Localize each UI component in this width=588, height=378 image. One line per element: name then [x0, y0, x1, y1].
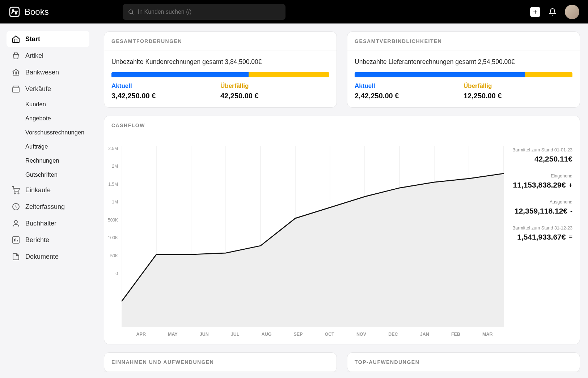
brand-name: Books [25, 7, 49, 17]
sidebar-label: Verkäufe [25, 85, 51, 93]
receivables-card: GESAMTFORDERUNGEN Unbezahlte Kundenrechn… [104, 31, 337, 108]
search-icon [128, 9, 134, 15]
add-button[interactable] [530, 7, 540, 17]
xtick: JUN [200, 332, 209, 337]
receivables-summary: Unbezahlte Kundenrechnungen gesamt 3,84,… [111, 58, 329, 66]
sidebar-item-buchhalter[interactable]: Buchhalter [7, 215, 89, 232]
cashflow-chart: 2.5M 2M 1.5M 1M 500K 100K 50K 0 [108, 146, 504, 327]
receivables-current-value: 3,42,250.00 € [111, 92, 220, 100]
cf-outgoing-value: 12,359,118.12€ [515, 207, 567, 215]
sidebar-item-einkaufe[interactable]: Einkaufe [7, 182, 89, 198]
subnav-auftraege[interactable]: Aufträge [25, 139, 89, 154]
sidebar-label: Zeiterfassung [25, 203, 65, 211]
sidebar-item-artikel[interactable]: Artikel [7, 47, 89, 64]
cf-opening-label: Barmittel zum Stand 01-01-23 [504, 147, 572, 153]
notifications-button[interactable] [547, 7, 558, 17]
xtick: AUG [262, 332, 272, 337]
sidebar-item-start[interactable]: Start [7, 31, 89, 47]
user-avatar[interactable] [565, 5, 579, 19]
svg-point-2 [15, 13, 17, 14]
subnav-rechnungen[interactable]: Rechnungen [25, 154, 89, 168]
receivables-bar [111, 72, 329, 77]
chart-xaxis: APR MAY JUN JUL AUG SEP OCT NOV DEC JAN … [108, 332, 504, 337]
search-box[interactable] [123, 4, 285, 20]
xtick: NOV [356, 332, 366, 337]
sidebar-item-berichte[interactable]: Berichte [7, 232, 89, 248]
sidebar-label: Einkaufe [25, 186, 51, 194]
xtick: SEP [293, 332, 303, 337]
store-icon [12, 85, 20, 93]
xtick: JUL [231, 332, 240, 337]
svg-point-4 [14, 193, 16, 194]
svg-point-7 [14, 220, 17, 223]
xtick: JAN [420, 332, 429, 337]
top-expenses-title: TOP-AUFWENDUNGEN [347, 353, 580, 372]
payables-bar [355, 72, 572, 77]
receivables-bar-current [111, 72, 249, 77]
payables-current-label: Aktuell [355, 82, 464, 90]
xtick: OCT [325, 332, 334, 337]
payables-overdue-value: 12,250.00 € [464, 92, 572, 100]
svg-point-3 [129, 10, 133, 14]
sidebar-label: Artikel [25, 52, 43, 60]
plus-sign: + [568, 181, 572, 189]
payables-title: GESAMTVERBINDLICHKEITEN [347, 32, 580, 51]
sidebar-item-zeiterfassung[interactable]: Zeiterfassung [7, 198, 89, 215]
chart-icon [12, 236, 20, 244]
cashflow-summary: Barmittel zum Stand 01-01-23 42,250.11€ … [504, 146, 572, 337]
xtick: MAR [482, 332, 492, 337]
sidebar-label: Dokumente [25, 253, 59, 261]
xtick: MAY [168, 332, 178, 337]
ytick: 500K [108, 218, 118, 223]
xtick: APR [136, 332, 146, 337]
sidebar-label: Start [25, 35, 40, 43]
cashflow-svg [122, 146, 504, 327]
subnav-kunden[interactable]: Kunden [25, 97, 89, 111]
search-input[interactable] [138, 9, 280, 15]
home-icon [12, 35, 20, 43]
payables-overdue-label: Überfällig [464, 82, 572, 90]
receivables-current-label: Aktuell [111, 82, 220, 90]
subnav-vorschuss[interactable]: Vorschussrechnungen [25, 125, 89, 139]
cf-outgoing-label: Ausgehend [504, 199, 572, 205]
equals-sign: = [568, 233, 572, 241]
main-content: GESAMTFORDERUNGEN Unbezahlte Kundenrechn… [96, 23, 588, 378]
bell-icon [549, 8, 557, 16]
ytick: 2M [112, 164, 118, 169]
clock-icon [12, 202, 20, 211]
top-expenses-card: TOP-AUFWENDUNGEN [347, 352, 580, 372]
ytick: 100K [108, 235, 118, 240]
subnav-angebote[interactable]: Angebote [25, 111, 89, 125]
ytick: 1.5M [108, 182, 118, 187]
svg-rect-0 [10, 7, 19, 17]
sidebar-label: Berichte [25, 236, 49, 244]
payables-summary: Unbezahlte Lieferantenrechnungen gesamt … [355, 58, 572, 66]
cart-icon [12, 186, 20, 194]
receivables-overdue-value: 42,250.00 € [220, 92, 329, 100]
subnav-gutschriften[interactable]: Gutschriften [25, 168, 89, 182]
person-icon [12, 219, 20, 228]
ytick: 1M [112, 199, 118, 205]
cf-opening-value: 42,250.11€ [534, 155, 572, 163]
sidebar-label: Buchhalter [25, 220, 56, 227]
sidebar: Start Artikel Bankwesen Verkäufe Kunden … [0, 23, 96, 378]
receivables-title: GESAMTFORDERUNGEN [104, 32, 337, 51]
xtick: DEC [388, 332, 398, 337]
income-expense-card: EINNAHMEN UND AUFWENDUNGEN [104, 352, 337, 372]
payables-current-value: 2,42,250.00 € [355, 92, 464, 100]
payables-bar-current [355, 72, 525, 77]
sidebar-item-dokumente[interactable]: Dokumente [7, 248, 89, 265]
sidebar-item-bankwesen[interactable]: Bankwesen [7, 64, 89, 81]
cf-incoming-label: Eingehend [504, 173, 572, 179]
payables-card: GESAMTVERBINDLICHKEITEN Unbezahlte Liefe… [347, 31, 580, 108]
receivables-bar-overdue [249, 72, 329, 77]
cf-closing-label: Barmittel zum Stand 31-12-23 [504, 225, 572, 231]
sidebar-item-verkaeufe[interactable]: Verkäufe [7, 81, 89, 97]
cf-incoming-value: 11,153,838.29€ [513, 181, 566, 189]
xtick: FEB [451, 332, 460, 337]
brand[interactable]: Books [9, 6, 49, 18]
topbar-actions [530, 5, 579, 19]
minus-sign: - [570, 207, 572, 215]
top-bar: Books [0, 0, 588, 23]
cf-closing-value: 1,541,933.67€ [517, 233, 566, 241]
